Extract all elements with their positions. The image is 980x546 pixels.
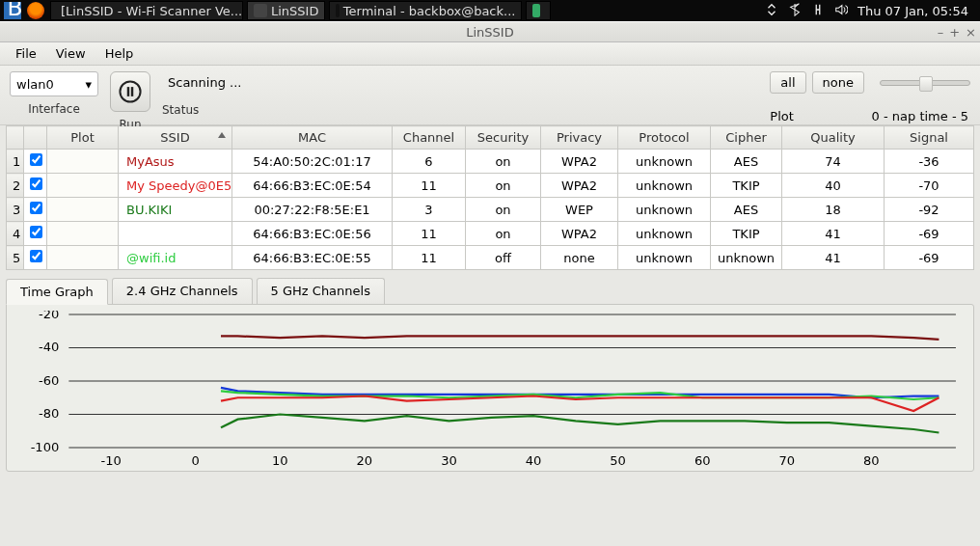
col-ssid[interactable]: SSID [119,126,232,150]
interface-select[interactable]: wlan0 ▾ [10,71,98,96]
svg-rect-4 [131,87,133,96]
status-text: Scanning ... [168,75,241,90]
svg-text:70: 70 [778,453,795,468]
col-security[interactable]: Security [466,126,541,150]
plot-checkbox[interactable] [30,177,42,190]
svg-text:20: 20 [357,453,373,468]
taskbar-item-other[interactable] [526,1,551,20]
svg-text:10: 10 [272,453,288,468]
svg-rect-3 [127,87,129,96]
taskbar-item-linssid-about[interactable]: [LinSSID - Wi-Fi Scanner Ve... [50,1,243,20]
network-icon[interactable] [811,3,825,19]
plot-none-button[interactable]: none [812,71,864,94]
col-plot[interactable]: Plot [47,126,119,150]
svg-text:30: 30 [441,453,457,468]
table-header: Plot SSID MAC Channel Security Privacy P… [7,126,974,150]
menu-help[interactable]: Help [95,44,144,63]
interface-label: Interface [28,102,80,116]
toolbar: wlan0 ▾ Interface Run Scanning ... Statu… [0,66,980,125]
clock[interactable]: Thu 07 Jan, 05:54 [858,4,968,18]
plot-checkbox[interactable] [30,153,42,166]
status-label: Status [162,103,199,117]
system-panel: B [LinSSID - Wi-Fi Scanner Ve... LinSSID… [0,0,980,21]
svg-text:60: 60 [694,453,711,468]
maximize-icon[interactable]: + [949,25,960,40]
table-row[interactable]: 3BU.KIKI00:27:22:F8:5E:E13onWEPunknownAE… [7,198,974,222]
volume-icon[interactable] [834,3,848,19]
svg-text:0: 0 [192,453,200,468]
menubar: File View Help [0,42,980,66]
tab-5ghz[interactable]: 5 GHz Channels [257,278,385,304]
col-protocol[interactable]: Protocol [618,126,711,150]
power-icon[interactable] [765,3,778,19]
svg-point-2 [120,81,140,101]
chevron-down-icon: ▾ [85,77,92,92]
tab-time-graph[interactable]: Time Graph [6,279,108,305]
nap-label: 0 - nap time - 5 [872,109,968,123]
firefox-icon[interactable] [27,2,44,19]
svg-text:B: B [8,2,21,19]
plot-all-button[interactable]: all [770,71,805,94]
plot-label: Plot [770,109,794,123]
svg-text:-60: -60 [39,373,59,388]
networks-table: Plot SSID MAC Channel Security Privacy P… [6,125,974,270]
menu-view[interactable]: View [46,44,95,63]
col-quality[interactable]: Quality [782,126,885,150]
plot-checkbox[interactable] [30,226,42,238]
svg-text:50: 50 [610,453,626,468]
plot-checkbox[interactable] [30,202,42,214]
table-row[interactable]: 5@wifi.id64:66:B3:EC:0E:5511offnoneunkno… [7,246,974,270]
table-row[interactable]: 464:66:B3:EC:0E:5611onWPA2unknownTKIP41-… [7,222,974,246]
table-row[interactable]: 2My Speedy@0E5464:66:B3:EC:0E:5411onWPA2… [7,174,974,198]
svg-text:-40: -40 [39,341,59,355]
tab-24ghz[interactable]: 2.4 GHz Channels [112,278,253,304]
col-channel[interactable]: Channel [393,126,466,150]
table-row[interactable]: 1MyAsus54:A0:50:2C:01:176onWPA2unknownAE… [7,150,974,174]
svg-text:-100: -100 [31,440,60,454]
bluetooth-icon[interactable] [788,3,802,19]
sort-asc-icon [218,132,226,138]
col-privacy[interactable]: Privacy [541,126,618,150]
plot-checkbox[interactable] [30,250,42,262]
run-pause-button[interactable] [110,71,150,112]
menu-icon[interactable]: B [4,2,21,19]
close-icon[interactable]: × [966,25,976,40]
nap-slider[interactable] [880,80,970,86]
svg-text:-80: -80 [39,407,59,422]
svg-text:80: 80 [863,453,880,468]
svg-text:40: 40 [526,453,542,468]
graph-tabs: Time Graph 2.4 GHz Channels 5 GHz Channe… [6,278,974,304]
col-cipher[interactable]: Cipher [711,126,782,150]
taskbar-item-terminal[interactable]: Terminal - backbox@back... [329,1,522,20]
system-tray: Thu 07 Jan, 05:54 [765,3,976,19]
svg-text:-10: -10 [100,453,121,468]
col-mac[interactable]: MAC [232,126,393,150]
minimize-icon[interactable]: – [938,25,944,40]
svg-text:-20: -20 [39,311,59,321]
window-title: LinSSID [466,25,513,40]
col-signal[interactable]: Signal [885,126,974,150]
time-graph-chart: -20-40-60-80-100-1001020304050607080 [6,304,974,472]
window-titlebar: LinSSID – + × [0,21,980,42]
menu-file[interactable]: File [6,44,46,63]
plot-controls: all none [770,71,970,94]
taskbar-item-linssid[interactable]: LinSSID [247,1,325,20]
